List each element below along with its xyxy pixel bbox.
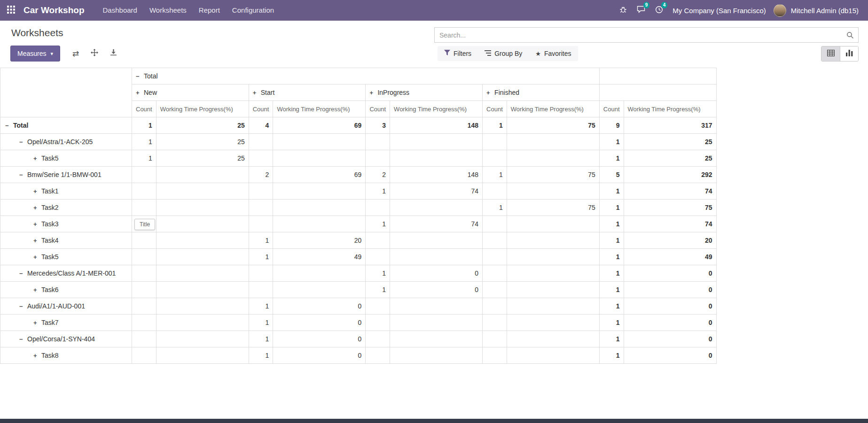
pivot-cell	[132, 232, 156, 249]
pivot-measure-header-count[interactable]: Count	[249, 101, 273, 117]
pivot-row-header[interactable]: −Bmw/Serie 1/1-BMW-001	[0, 167, 132, 183]
pivot-cell: 0	[624, 331, 716, 347]
measures-button[interactable]: Measures ▾	[10, 46, 60, 62]
pivot-cell	[132, 265, 156, 282]
search-icon[interactable]	[842, 31, 858, 39]
company-menu[interactable]: My Company (San Francisco)	[668, 7, 770, 15]
avatar[interactable]	[774, 4, 786, 17]
group-by-button[interactable]: Group By	[478, 46, 529, 61]
pivot-row-header[interactable]: +Task5	[0, 249, 132, 265]
search-input[interactable]	[435, 31, 842, 39]
pivot-measure-header-count[interactable]: Count	[599, 101, 624, 117]
plus-icon[interactable]: +	[33, 221, 41, 228]
flip-axis-button[interactable]: ⇄	[68, 46, 84, 61]
chevron-down-icon: ▾	[50, 51, 53, 57]
pivot-measure-header-progress[interactable]: Working Time Progress(%)	[273, 101, 366, 117]
pivot-row-header[interactable]: −Mercedes/Class A/1-MER-001	[0, 265, 132, 282]
minus-icon[interactable]: −	[19, 138, 27, 146]
minus-icon[interactable]: −	[136, 73, 144, 80]
pivot-measure-header-progress[interactable]: Working Time Progress(%)	[390, 101, 483, 117]
pivot-measure-header-progress[interactable]: Working Time Progress(%)	[624, 101, 716, 117]
pivot-cell	[249, 265, 273, 282]
pivot-col-header-total[interactable]: −Total	[132, 68, 600, 85]
plus-icon[interactable]: +	[33, 319, 41, 326]
minus-icon[interactable]: −	[5, 122, 13, 129]
pivot-view-button[interactable]	[821, 46, 840, 61]
pivot-row-header[interactable]: −Total	[0, 117, 132, 134]
pivot-cell	[483, 331, 507, 347]
plus-icon[interactable]: +	[33, 352, 41, 359]
pivot-cell: 1	[599, 232, 624, 249]
plus-icon[interactable]: +	[33, 204, 41, 211]
pivot-row-header[interactable]: +Task5	[0, 150, 132, 167]
plus-icon[interactable]: +	[486, 89, 494, 96]
pivot-measure-header-count[interactable]: Count	[483, 101, 507, 117]
plus-icon[interactable]: +	[369, 89, 377, 96]
user-menu[interactable]: Mitchell Admin (db15)	[786, 7, 863, 15]
minus-icon[interactable]: −	[19, 171, 27, 178]
pivot-cell: 1	[249, 232, 273, 249]
pivot-cell	[273, 150, 366, 167]
graph-view-button[interactable]	[840, 46, 858, 61]
download-button[interactable]	[105, 46, 121, 61]
pivot-cell	[507, 282, 599, 298]
menu-worksheets[interactable]: Worksheets	[143, 0, 193, 21]
pivot-cell	[483, 150, 507, 167]
pivot-cell	[156, 216, 249, 232]
menu-dashboard[interactable]: Dashboard	[97, 0, 143, 21]
pivot-cell	[507, 315, 599, 331]
pivot-measure-header-progress[interactable]: Working Time Progress(%)	[156, 101, 249, 117]
pivot-row: −Opel/Corsa/1-SYN-4041010	[0, 331, 717, 347]
plus-icon[interactable]: +	[33, 155, 41, 162]
expand-all-button[interactable]	[86, 46, 102, 61]
plus-icon[interactable]: +	[136, 89, 144, 96]
pivot-row-header[interactable]: −Opel/Corsa/1-SYN-404	[0, 331, 132, 347]
pivot-cell: 1	[599, 282, 624, 298]
pivot-row-header[interactable]: +Task1	[0, 183, 132, 200]
pivot-row-header[interactable]: +Task3	[0, 216, 132, 232]
pivot-row: +Task5125125	[0, 150, 717, 167]
messages-button[interactable]: 9	[632, 0, 650, 21]
navbar: Car Workshop Dashboard Worksheets Report…	[0, 0, 868, 21]
apps-menu-button[interactable]	[0, 0, 22, 21]
pivot-cell	[366, 200, 390, 216]
pivot-cell	[390, 200, 483, 216]
plus-icon[interactable]: +	[33, 237, 41, 244]
plus-icon[interactable]: +	[33, 188, 41, 195]
minus-icon[interactable]: −	[19, 336, 27, 343]
minus-icon[interactable]: −	[19, 303, 27, 310]
pivot-col-header-new[interactable]: +New	[132, 85, 249, 101]
plus-icon[interactable]: +	[33, 286, 41, 293]
pivot-measure-header-count[interactable]: Count	[366, 101, 390, 117]
pivot-col-header-inprogress[interactable]: +InProgress	[366, 85, 483, 101]
pivot-row-header[interactable]: +Task8	[0, 347, 132, 364]
pivot-row: +Task3174174	[0, 216, 717, 232]
pivot-col-header-start[interactable]: +Start	[249, 85, 366, 101]
pivot-cell	[390, 347, 483, 364]
pivot-row-header[interactable]: +Task7	[0, 315, 132, 331]
pivot-measure-header-progress[interactable]: Working Time Progress(%)	[507, 101, 599, 117]
debug-button[interactable]	[614, 0, 632, 21]
plus-icon[interactable]: +	[253, 89, 261, 96]
activities-button[interactable]: 4	[650, 0, 668, 21]
pivot-row-header[interactable]: −Opel/Astra/1-ACK-205	[0, 134, 132, 150]
pivot-cell	[132, 315, 156, 331]
menu-report[interactable]: Report	[193, 0, 226, 21]
download-icon	[110, 49, 117, 58]
filters-button[interactable]: Filters	[438, 46, 478, 61]
page: Car Workshop Dashboard Worksheets Report…	[0, 0, 868, 423]
pivot-col-header-finished[interactable]: +Finished	[483, 85, 600, 101]
menu-configuration[interactable]: Configuration	[226, 0, 280, 21]
pivot-row-header[interactable]: +Task4	[0, 232, 132, 249]
pivot-measure-header-count[interactable]: Count	[132, 101, 156, 117]
plus-icon[interactable]: +	[33, 254, 41, 261]
favorites-button[interactable]: ★ Favorites	[529, 46, 578, 61]
pivot-row-header[interactable]: +Task2	[0, 200, 132, 216]
pivot-cell: 1	[599, 134, 624, 150]
cell-tooltip: Title	[134, 219, 155, 230]
pivot-row-header[interactable]: +Task6	[0, 282, 132, 298]
pivot-row-header[interactable]: −Audi/A1/1-AUD-001	[0, 298, 132, 315]
minus-icon[interactable]: −	[19, 270, 27, 277]
bar-chart-icon	[846, 50, 853, 58]
pivot-cell	[366, 315, 390, 331]
